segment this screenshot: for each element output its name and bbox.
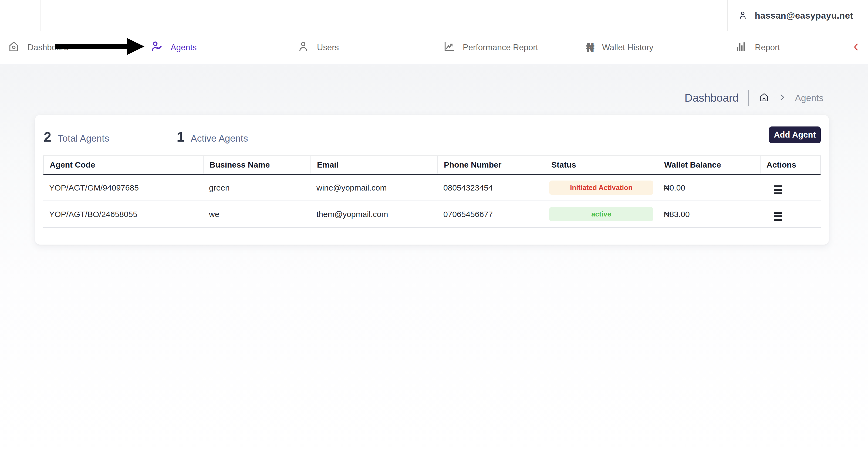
cell-email: them@yopmail.com: [310, 210, 437, 219]
nav-item-report[interactable]: Report: [735, 40, 780, 55]
cell-status: Initiated Activation: [545, 180, 658, 195]
column-header-wallet-balance: Wallet Balance: [658, 156, 761, 174]
nav-label: Users: [317, 43, 339, 52]
cell-email: wine@yopmail.com: [310, 183, 437, 193]
table-row: YOP/AGT/GM/94097685 green wine@yopmail.c…: [43, 175, 821, 201]
line-chart-icon: [443, 40, 455, 55]
status-badge: active: [549, 207, 653, 221]
topbar: hassan@easypayu.net: [0, 0, 868, 31]
nav-label: Performance Report: [463, 43, 538, 52]
nav-item-dashboard[interactable]: Dashboard: [7, 40, 69, 55]
naira-icon: ₦: [586, 41, 594, 54]
nav-label: Wallet History: [602, 43, 653, 52]
nav-item-users[interactable]: Users: [297, 40, 339, 55]
card-header: 2 Total Agents 1 Active Agents Add Agent: [35, 115, 829, 155]
breadcrumb-divider: [748, 90, 749, 106]
account-email: hassan@easypayu.net: [754, 10, 853, 21]
breadcrumb-current-page: Agents: [795, 93, 824, 103]
row-actions-menu-icon[interactable]: [773, 211, 783, 222]
chevron-left-icon: [851, 49, 862, 54]
cell-agent-code: YOP/AGT/GM/94097685: [43, 183, 203, 193]
nav-label: Report: [755, 43, 780, 52]
column-header-email: Email: [311, 156, 438, 174]
nav-collapse-button[interactable]: [851, 41, 862, 54]
stat-label: Total Agents: [58, 133, 110, 144]
breadcrumb: Dashboard Agents: [685, 89, 824, 107]
chevron-right-icon: [778, 93, 787, 103]
stat-label: Active Agents: [191, 133, 248, 144]
cell-business-name: we: [203, 210, 310, 219]
person-icon: [738, 10, 748, 21]
column-header-agent-code: Agent Code: [44, 156, 204, 174]
cell-actions: [760, 180, 821, 195]
cell-phone-number: 07065456677: [437, 210, 545, 219]
cell-wallet-balance: ₦0.00: [658, 183, 760, 193]
nav-label: Agents: [170, 43, 197, 52]
person-check-icon: [150, 40, 163, 55]
agents-card: 2 Total Agents 1 Active Agents Add Agent…: [35, 115, 829, 245]
nav-label: Dashboard: [28, 43, 69, 52]
nav-item-performance-report[interactable]: Performance Report: [443, 40, 538, 55]
navbar: Dashboard Agents Users: [0, 31, 868, 64]
user-icon: [297, 40, 309, 55]
cell-phone-number: 08054323454: [437, 183, 545, 193]
bar-chart-icon: [735, 40, 747, 55]
table-row: YOP/AGT/BO/24658055 we them@yopmail.com …: [43, 201, 821, 228]
cell-agent-code: YOP/AGT/BO/24658055: [43, 210, 203, 219]
column-header-status: Status: [546, 156, 658, 174]
column-header-phone-number: Phone Number: [438, 156, 546, 174]
nav-item-wallet-history[interactable]: ₦ Wallet History: [586, 41, 653, 54]
main-content: Dashboard Agents 2 Total Agents: [0, 64, 868, 457]
cell-wallet-balance: ₦83.00: [658, 210, 760, 219]
home-icon[interactable]: [758, 92, 770, 104]
add-agent-button[interactable]: Add Agent: [769, 126, 821, 143]
page-title: Dashboard: [685, 92, 739, 104]
cell-actions: [760, 206, 821, 222]
screen: hassan@easypayu.net Dashboard Agents: [0, 0, 868, 457]
topbar-left-section: [0, 0, 41, 31]
home-icon: [7, 40, 20, 55]
stat-total-agents: 2 Total Agents: [44, 129, 110, 145]
agents-table: Agent Code Business Name Email Phone Num…: [43, 155, 821, 228]
status-badge: Initiated Activation: [549, 180, 653, 195]
table-header-row: Agent Code Business Name Email Phone Num…: [43, 155, 821, 175]
nav-item-agents[interactable]: Agents: [150, 40, 197, 55]
topbar-spacer: [41, 0, 727, 31]
account-menu[interactable]: hassan@easypayu.net: [727, 0, 868, 31]
stat-value: 2: [44, 129, 51, 145]
column-header-actions: Actions: [761, 156, 821, 174]
stat-value: 1: [177, 129, 184, 145]
cell-business-name: green: [203, 183, 310, 193]
row-actions-menu-icon[interactable]: [773, 184, 783, 195]
cell-status: active: [545, 207, 658, 221]
column-header-business-name: Business Name: [204, 156, 311, 174]
stat-active-agents: 1 Active Agents: [177, 129, 248, 145]
